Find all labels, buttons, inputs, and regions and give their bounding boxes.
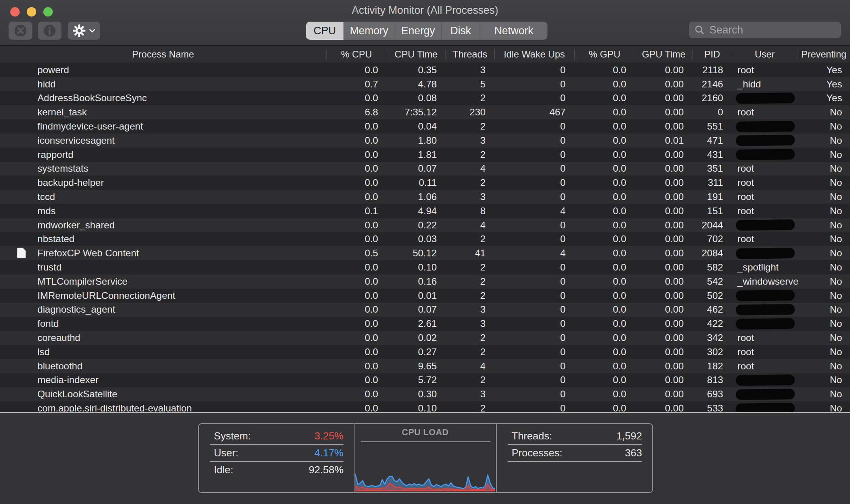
threads-cell: 5 — [445, 77, 494, 91]
search-field[interactable]: Search — [689, 22, 841, 38]
process-row[interactable]: systemstats 0.0 0.07 4 0 0.0 0.00 351 ro… — [0, 162, 850, 176]
process-row[interactable]: FirefoxCP Web Content 0.5 50.12 41 4 0.0… — [0, 246, 850, 260]
processes-value: 363 — [625, 447, 642, 459]
column-header-preventing[interactable]: Preventing — [798, 46, 850, 63]
column-header-cpu-time[interactable]: CPU Time — [387, 46, 445, 63]
idle-wake-ups-cell: 0 — [494, 274, 574, 289]
process-name-cell: backupd-helper — [0, 176, 326, 190]
gpu-percent-cell: 0.0 — [574, 119, 635, 133]
process-row[interactable]: IMRemoteURLConnectionAgent 0.0 0.01 2 0 … — [0, 289, 850, 303]
column-header-threads[interactable]: Threads — [445, 46, 494, 63]
gpu-time-cell: 0.00 — [635, 148, 692, 162]
preventing-sleep-cell: No — [798, 190, 850, 204]
column-header-cpu-percent[interactable]: % CPU — [326, 46, 387, 63]
gpu-percent-cell: 0.0 — [574, 190, 635, 204]
actions-menu-button[interactable] — [68, 22, 100, 40]
column-header-gpu-time[interactable]: GPU Time — [635, 46, 692, 63]
process-name-cell: powerd — [0, 63, 326, 77]
gpu-percent-cell: 0.0 — [574, 133, 635, 148]
cpu-time-cell: 1.81 — [387, 148, 445, 162]
titlebar[interactable]: Activity Monitor (All Processes) — [0, 0, 850, 18]
process-name-cell: FirefoxCP Web Content — [0, 246, 326, 260]
redacted-user-bar — [736, 149, 795, 160]
process-row[interactable]: rapportd 0.0 1.81 2 0 0.0 0.00 431 No — [0, 148, 850, 162]
process-row[interactable]: media-indexer 0.0 5.72 2 0 0.0 0.00 813 … — [0, 373, 850, 387]
pid-cell: 502 — [692, 289, 732, 303]
process-row[interactable]: lsd 0.0 0.27 2 0 0.0 0.00 302 root No — [0, 345, 850, 359]
tab-disk[interactable]: Disk — [441, 22, 480, 40]
cpu-time-cell: 0.07 — [387, 303, 445, 317]
preventing-sleep-cell: No — [798, 204, 850, 218]
force-quit-button[interactable] — [9, 22, 32, 40]
user-cell: root — [732, 190, 798, 204]
process-row[interactable]: nbstated 0.0 0.03 2 0 0.0 0.00 702 root … — [0, 232, 850, 246]
pid-cell: 582 — [692, 260, 732, 274]
threads-value: 1,592 — [616, 430, 642, 442]
threads-cell: 2 — [445, 289, 494, 303]
cpu-load-graph-section: CPU LOAD — [354, 424, 497, 492]
threads-cell: 2 — [445, 232, 494, 246]
user-cell: root — [732, 63, 798, 77]
process-row[interactable]: diagnostics_agent 0.0 0.07 3 0 0.0 0.00 … — [0, 303, 850, 317]
process-row[interactable]: iconservicesagent 0.0 1.80 3 0 0.0 0.01 … — [0, 133, 850, 148]
column-header-gpu-percent[interactable]: % GPU — [574, 46, 635, 63]
process-row[interactable]: bluetoothd 0.0 9.65 4 0 0.0 0.00 182 roo… — [0, 359, 850, 373]
cpu-percent-cell: 0.0 — [326, 218, 387, 232]
threads-cell: 8 — [445, 204, 494, 218]
process-row[interactable]: tccd 0.0 1.06 3 0 0.0 0.00 191 root No — [0, 190, 850, 204]
process-row[interactable]: fontd 0.0 2.61 3 0 0.0 0.00 422 No — [0, 317, 850, 331]
tab-cpu[interactable]: CPU — [306, 22, 343, 40]
process-row[interactable]: hidd 0.7 4.78 5 0 0.0 0.00 2146 _hidd Ye… — [0, 77, 850, 91]
process-row[interactable]: mdworker_shared 0.0 0.22 4 0 0.0 0.00 20… — [0, 218, 850, 232]
cpu-percent-cell: 0.0 — [326, 373, 387, 387]
process-name-cell: iconservicesagent — [0, 133, 326, 148]
column-header-pid[interactable]: PID — [692, 46, 732, 63]
process-row[interactable]: trustd 0.0 0.10 2 0 0.0 0.00 582 _spotli… — [0, 260, 850, 274]
column-header-user[interactable]: User — [732, 46, 798, 63]
process-row[interactable]: QuickLookSatellite 0.0 0.30 3 0 0.0 0.00… — [0, 387, 850, 401]
tab-energy[interactable]: Energy — [395, 22, 441, 40]
user-cell: root — [732, 162, 798, 176]
tab-memory[interactable]: Memory — [343, 22, 395, 40]
user-cell — [732, 148, 798, 162]
cpu-time-cell: 0.10 — [387, 401, 445, 412]
user-cell — [732, 91, 798, 106]
preventing-sleep-cell: No — [798, 260, 850, 274]
idle-wake-ups-cell: 0 — [494, 387, 574, 401]
user-cell — [732, 303, 798, 317]
cpu-time-cell: 0.04 — [387, 119, 445, 133]
process-row[interactable]: backupd-helper 0.0 0.11 2 0 0.0 0.00 311… — [0, 176, 850, 190]
process-row[interactable]: kernel_task 6.8 7:35.12 230 467 0.0 0.00… — [0, 105, 850, 119]
process-row[interactable]: AddressBookSourceSync 0.0 0.08 2 0 0.0 0… — [0, 91, 850, 106]
cpu-percent-cell: 0.0 — [326, 345, 387, 359]
threads-cell: 3 — [445, 317, 494, 331]
idle-wake-ups-cell: 0 — [494, 176, 574, 190]
pid-cell: 311 — [692, 176, 732, 190]
process-row[interactable]: com.apple.siri-distributed-evaluation 0.… — [0, 401, 850, 412]
idle-wake-ups-cell: 0 — [494, 91, 574, 106]
idle-wake-ups-cell: 0 — [494, 232, 574, 246]
threads-cell: 4 — [445, 162, 494, 176]
redacted-user-bar — [736, 121, 795, 132]
user-cell: root — [732, 331, 798, 345]
threads-cell: 2 — [445, 401, 494, 412]
user-cell: root — [732, 345, 798, 359]
process-row[interactable]: powerd 0.0 0.35 3 0 0.0 0.00 2118 root Y… — [0, 63, 850, 77]
process-row[interactable]: MTLCompilerService 0.0 0.16 2 0 0.0 0.00… — [0, 274, 850, 289]
graph-top-rule — [361, 441, 490, 442]
column-header-process-name[interactable]: Process Name — [0, 46, 326, 63]
process-row[interactable]: coreauthd 0.0 0.02 2 0 0.0 0.00 342 root… — [0, 331, 850, 345]
gpu-time-cell: 0.00 — [635, 303, 692, 317]
gpu-percent-cell: 0.0 — [574, 373, 635, 387]
tab-network[interactable]: Network — [480, 22, 547, 40]
cpu-percent-cell: 0.0 — [326, 119, 387, 133]
system-label: System: — [214, 430, 251, 442]
column-header-idle-wake-ups[interactable]: Idle Wake Ups — [494, 46, 574, 63]
process-row[interactable]: mds 0.1 4.94 8 4 0.0 0.00 151 root No — [0, 204, 850, 218]
process-row[interactable]: findmydevice-user-agent 0.0 0.04 2 0 0.0… — [0, 119, 850, 133]
threads-cell: 3 — [445, 190, 494, 204]
user-cell: root — [732, 204, 798, 218]
process-name-cell: coreauthd — [0, 331, 326, 345]
inspect-button[interactable] — [38, 22, 61, 40]
user-cell — [732, 289, 798, 303]
